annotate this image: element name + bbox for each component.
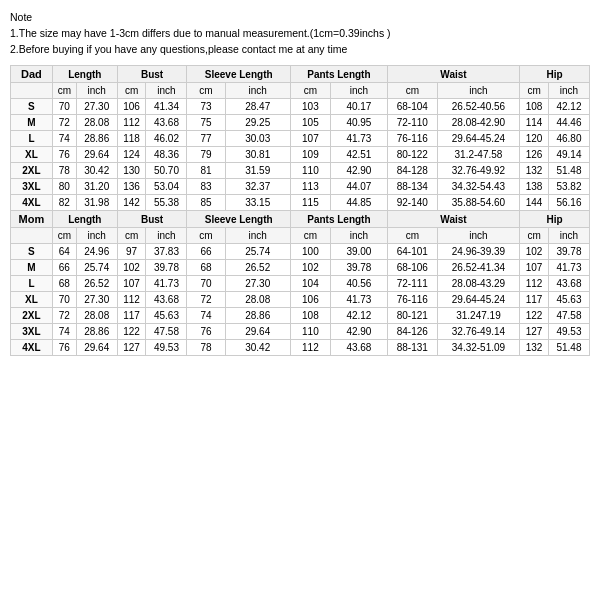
data-cell: 112 bbox=[117, 115, 146, 131]
size-label: S bbox=[11, 99, 53, 115]
sub-header-cell: cm bbox=[187, 228, 225, 244]
data-cell: 102 bbox=[117, 260, 146, 276]
data-cell: 82 bbox=[52, 195, 76, 211]
data-cell: 76-116 bbox=[387, 292, 437, 308]
sub-header-empty bbox=[11, 228, 53, 244]
data-cell: 43.68 bbox=[548, 276, 589, 292]
size-label: L bbox=[11, 131, 53, 147]
data-cell: 45.63 bbox=[146, 308, 187, 324]
data-cell: 41.73 bbox=[330, 292, 387, 308]
data-cell: 28.86 bbox=[76, 131, 117, 147]
data-cell: 70 bbox=[52, 99, 76, 115]
data-cell: 28.08-43.29 bbox=[437, 276, 519, 292]
data-cell: 32.76-49.14 bbox=[437, 324, 519, 340]
data-cell: 74 bbox=[187, 308, 225, 324]
data-cell: 107 bbox=[117, 276, 146, 292]
data-cell: 84-128 bbox=[387, 163, 437, 179]
size-label: M bbox=[11, 260, 53, 276]
data-cell: 104 bbox=[290, 276, 330, 292]
data-cell: 31.247.19 bbox=[437, 308, 519, 324]
sub-header-cell: cm bbox=[187, 83, 225, 99]
data-cell: 46.02 bbox=[146, 131, 187, 147]
data-cell: 103 bbox=[290, 99, 330, 115]
data-cell: 44.07 bbox=[330, 179, 387, 195]
data-cell: 29.25 bbox=[225, 115, 290, 131]
data-cell: 39.78 bbox=[330, 260, 387, 276]
data-cell: 28.08 bbox=[76, 115, 117, 131]
column-group-header: Bust bbox=[117, 211, 187, 228]
note-line2: 1.The size may have 1-3cm differs due to… bbox=[10, 26, 590, 42]
data-cell: 110 bbox=[290, 163, 330, 179]
data-cell: 43.68 bbox=[330, 340, 387, 356]
data-cell: 100 bbox=[290, 244, 330, 260]
data-cell: 34.32-51.09 bbox=[437, 340, 519, 356]
data-cell: 28.08 bbox=[76, 308, 117, 324]
data-cell: 42.90 bbox=[330, 163, 387, 179]
data-cell: 55.38 bbox=[146, 195, 187, 211]
data-cell: 112 bbox=[290, 340, 330, 356]
data-cell: 31.20 bbox=[76, 179, 117, 195]
data-cell: 29.64-45.24 bbox=[437, 131, 519, 147]
sub-header-cell: cm bbox=[387, 83, 437, 99]
data-cell: 105 bbox=[290, 115, 330, 131]
data-cell: 64-101 bbox=[387, 244, 437, 260]
sub-header-cell: inch bbox=[76, 83, 117, 99]
data-cell: 66 bbox=[187, 244, 225, 260]
sub-header-cell: cm bbox=[520, 228, 549, 244]
data-cell: 72 bbox=[52, 308, 76, 324]
data-cell: 142 bbox=[117, 195, 146, 211]
data-cell: 24.96-39.39 bbox=[437, 244, 519, 260]
data-cell: 110 bbox=[290, 324, 330, 340]
sub-header-empty bbox=[11, 83, 53, 99]
sub-header-cell: inch bbox=[330, 83, 387, 99]
data-cell: 31.98 bbox=[76, 195, 117, 211]
data-cell: 88-134 bbox=[387, 179, 437, 195]
sub-header-cell: cm bbox=[290, 228, 330, 244]
data-cell: 49.53 bbox=[548, 324, 589, 340]
data-cell: 72-111 bbox=[387, 276, 437, 292]
data-cell: 29.64 bbox=[76, 147, 117, 163]
data-cell: 74 bbox=[52, 131, 76, 147]
data-cell: 68 bbox=[52, 276, 76, 292]
data-cell: 126 bbox=[520, 147, 549, 163]
data-cell: 37.83 bbox=[146, 244, 187, 260]
data-cell: 49.53 bbox=[146, 340, 187, 356]
data-cell: 51.48 bbox=[548, 163, 589, 179]
data-cell: 49.14 bbox=[548, 147, 589, 163]
sub-header-cell: inch bbox=[548, 228, 589, 244]
data-cell: 73 bbox=[187, 99, 225, 115]
data-cell: 68-104 bbox=[387, 99, 437, 115]
data-cell: 29.64 bbox=[225, 324, 290, 340]
data-cell: 66 bbox=[52, 260, 76, 276]
data-cell: 31.59 bbox=[225, 163, 290, 179]
note-section: Note 1.The size may have 1-3cm differs d… bbox=[10, 10, 590, 57]
data-cell: 72 bbox=[52, 115, 76, 131]
data-cell: 30.81 bbox=[225, 147, 290, 163]
data-cell: 120 bbox=[520, 131, 549, 147]
column-group-header: Pants Length bbox=[290, 211, 387, 228]
data-cell: 42.12 bbox=[330, 308, 387, 324]
data-cell: 88-131 bbox=[387, 340, 437, 356]
data-cell: 102 bbox=[290, 260, 330, 276]
data-cell: 26.52-40.56 bbox=[437, 99, 519, 115]
data-cell: 43.68 bbox=[146, 115, 187, 131]
group-label: Mom bbox=[11, 211, 53, 228]
data-cell: 112 bbox=[520, 276, 549, 292]
data-cell: 106 bbox=[117, 99, 146, 115]
data-cell: 40.56 bbox=[330, 276, 387, 292]
sub-header-cell: inch bbox=[437, 83, 519, 99]
data-cell: 47.58 bbox=[548, 308, 589, 324]
sub-header-cell: cm bbox=[52, 228, 76, 244]
data-cell: 74 bbox=[52, 324, 76, 340]
data-cell: 112 bbox=[117, 292, 146, 308]
data-cell: 117 bbox=[117, 308, 146, 324]
note-title: Note bbox=[10, 10, 590, 26]
size-label: XL bbox=[11, 292, 53, 308]
data-cell: 113 bbox=[290, 179, 330, 195]
data-cell: 72-110 bbox=[387, 115, 437, 131]
data-cell: 138 bbox=[520, 179, 549, 195]
data-cell: 136 bbox=[117, 179, 146, 195]
size-label: 4XL bbox=[11, 195, 53, 211]
sub-header-cell: inch bbox=[225, 228, 290, 244]
data-cell: 40.17 bbox=[330, 99, 387, 115]
